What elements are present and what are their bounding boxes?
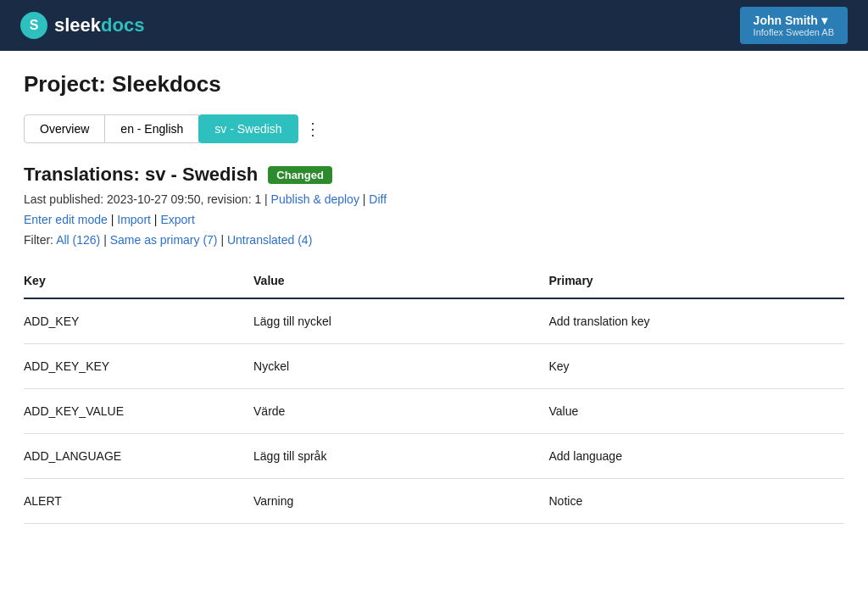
col-key: Key — [24, 267, 253, 298]
table-row: ADD_LANGUAGE Lägg till språk Add languag… — [24, 434, 844, 479]
table-row: ADD_KEY_KEY Nyckel Key — [24, 344, 844, 389]
filter-line: Filter: All (126) | Same as primary (7) … — [24, 233, 844, 247]
cell-value: Värde — [253, 389, 548, 434]
cell-key: ADD_KEY_VALUE — [24, 389, 253, 434]
translation-header: Translations: sv - Swedish Changed — [24, 164, 844, 186]
cell-primary: Key — [549, 344, 845, 389]
user-company: Infoflex Sweden AB — [754, 27, 834, 37]
table-row: ALERT Varning Notice — [24, 479, 844, 524]
diff-link[interactable]: Diff — [369, 192, 387, 206]
translation-title: Translations: sv - Swedish — [24, 164, 258, 186]
user-name: John Smith ▾ — [754, 14, 834, 27]
cell-key: ADD_KEY_KEY — [24, 344, 253, 389]
edit-mode-link[interactable]: Enter edit mode — [24, 213, 108, 226]
import-link[interactable]: Import — [117, 213, 151, 226]
language-tabs: Overview en - English sv - Swedish ⋮ — [24, 114, 844, 143]
logo-text: sleekdocs — [54, 14, 144, 36]
cell-key: ADD_LANGUAGE — [24, 434, 253, 479]
table-body: ADD_KEY Lägg till nyckel Add translation… — [24, 298, 844, 524]
cell-primary: Add translation key — [549, 298, 845, 344]
filter-all-link[interactable]: All (126) — [56, 233, 100, 247]
last-published-line: Last published: 2023-10-27 09:50, revisi… — [24, 192, 844, 206]
cell-value: Varning — [253, 479, 548, 524]
cell-key: ALERT — [24, 479, 253, 524]
cell-value: Lägg till språk — [253, 434, 548, 479]
table-row: ADD_KEY Lägg till nyckel Add translation… — [24, 298, 844, 344]
cell-key: ADD_KEY — [24, 298, 253, 344]
cell-value: Lägg till nyckel — [253, 298, 548, 344]
main-content: Project: Sleekdocs Overview en - English… — [0, 51, 868, 544]
last-published-text: Last published: 2023-10-27 09:50, revisi… — [24, 192, 268, 206]
tab-english[interactable]: en - English — [104, 114, 199, 143]
filter-label: Filter: — [24, 233, 53, 247]
action-links: Enter edit mode | Import | Export — [24, 213, 844, 226]
logo: S sleekdocs — [20, 12, 144, 39]
cell-value: Nyckel — [253, 344, 548, 389]
filter-same-link[interactable]: Same as primary (7) — [110, 233, 218, 247]
cell-primary: Add language — [549, 434, 845, 479]
filter-untranslated-link[interactable]: Untranslated (4) — [227, 233, 312, 247]
table-header: Key Value Primary — [24, 267, 844, 298]
col-value: Value — [253, 267, 548, 298]
cell-primary: Value — [549, 389, 845, 434]
export-link[interactable]: Export — [160, 213, 194, 226]
status-badge: Changed — [268, 166, 332, 184]
filter-pipe2: | — [220, 233, 227, 247]
page-title: Project: Sleekdocs — [24, 71, 844, 97]
app-header: S sleekdocs John Smith ▾ Infoflex Sweden… — [0, 0, 868, 51]
logo-icon: S — [20, 12, 47, 39]
col-primary: Primary — [549, 267, 845, 298]
more-options-button[interactable]: ⋮ — [304, 119, 321, 139]
cell-primary: Notice — [549, 479, 845, 524]
table-row: ADD_KEY_VALUE Värde Value — [24, 389, 844, 434]
translations-table: Key Value Primary ADD_KEY Lägg till nyck… — [24, 267, 844, 524]
tab-overview[interactable]: Overview — [24, 114, 105, 143]
publish-deploy-link[interactable]: Publish & deploy — [271, 192, 359, 206]
filter-pipe1: | — [103, 233, 110, 247]
user-menu-button[interactable]: John Smith ▾ Infoflex Sweden AB — [740, 7, 848, 44]
tab-swedish[interactable]: sv - Swedish — [198, 114, 298, 143]
